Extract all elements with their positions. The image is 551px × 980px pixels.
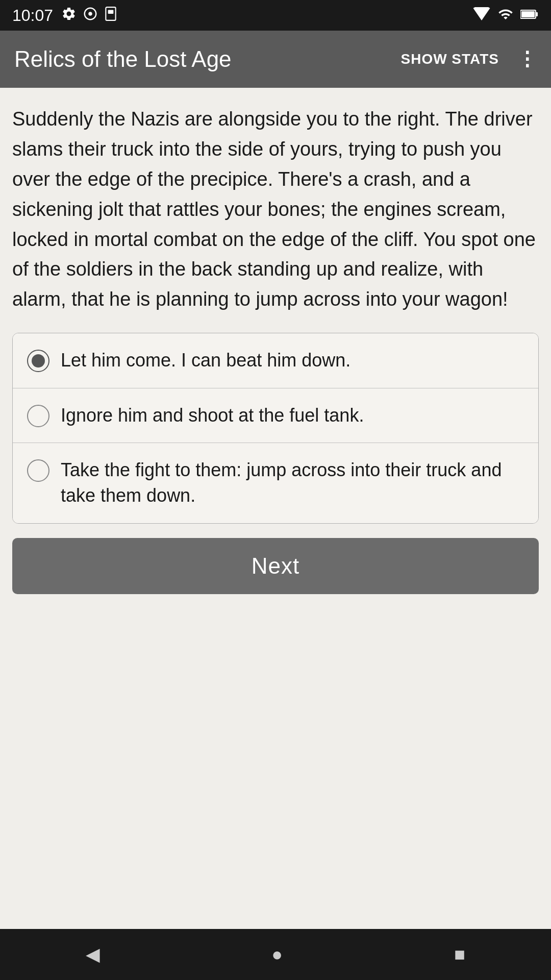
more-options-icon[interactable]: ⋮: [517, 48, 537, 70]
svg-rect-4: [521, 11, 535, 17]
radio-button-1[interactable]: [27, 350, 49, 372]
battery-icon: [520, 7, 539, 23]
svg-rect-3: [536, 12, 538, 16]
show-stats-button[interactable]: SHOW STATS: [390, 46, 509, 72]
signal-icon: [498, 7, 513, 24]
choice-item-1[interactable]: Let him come. I can beat him down.: [13, 333, 538, 388]
at-icon: [83, 6, 98, 25]
app-title: Relics of the Lost Age: [14, 46, 390, 72]
recents-nav-icon[interactable]: ■: [454, 944, 465, 965]
main-content: Suddenly the Nazis are alongside you to …: [0, 88, 551, 929]
status-bar: 10:07: [0, 0, 551, 31]
choice-label-1: Let him come. I can beat him down.: [61, 348, 350, 373]
svg-rect-1: [108, 10, 114, 14]
sim-icon: [104, 6, 117, 25]
choice-item-3[interactable]: Take the fight to them: jump across into…: [13, 443, 538, 523]
radio-button-3[interactable]: [27, 459, 49, 482]
status-time: 10:07: [12, 6, 53, 25]
wifi-icon: [472, 7, 491, 23]
choice-item-2[interactable]: Ignore him and shoot at the fuel tank.: [13, 388, 538, 443]
settings-icon: [61, 6, 77, 25]
story-text: Suddenly the Nazis are alongside you to …: [12, 104, 539, 314]
back-nav-icon[interactable]: ◀: [86, 944, 100, 965]
status-bar-left: 10:07: [12, 6, 117, 25]
status-icons: [61, 6, 117, 25]
home-nav-icon[interactable]: ●: [271, 944, 283, 965]
choices-container: Let him come. I can beat him down. Ignor…: [12, 333, 539, 524]
bottom-nav-bar: ◀ ● ■: [0, 929, 551, 980]
radio-button-2[interactable]: [27, 405, 49, 427]
next-button[interactable]: Next: [12, 538, 539, 594]
choice-label-2: Ignore him and shoot at the fuel tank.: [61, 403, 364, 428]
choice-label-3: Take the fight to them: jump across into…: [61, 457, 524, 509]
status-bar-right: [472, 7, 539, 24]
app-bar: Relics of the Lost Age SHOW STATS ⋮: [0, 31, 551, 88]
